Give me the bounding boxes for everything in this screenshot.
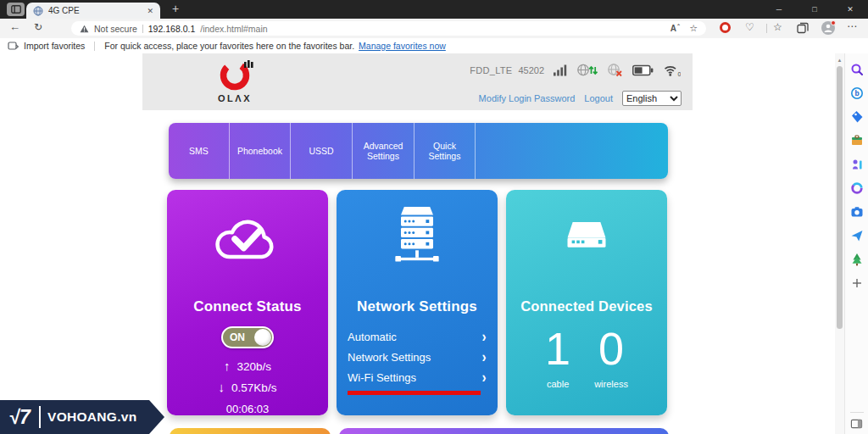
cable-count-value: 1 — [545, 322, 570, 375]
wireless-count-label: wireless — [594, 379, 628, 389]
account-row: Modify Login Password Logout English — [479, 91, 682, 106]
next-row-card-purple-blue — [339, 428, 669, 434]
wireless-count-value: 0 — [594, 322, 628, 375]
network-settings-card: Network Settings Automatic › Network Set… — [337, 190, 498, 415]
red-underline-highlight — [348, 391, 481, 395]
nav-item-ussd[interactable]: USSD — [291, 123, 353, 179]
collections-icon[interactable] — [797, 22, 809, 37]
connection-duration: 00:06:03 — [167, 403, 328, 415]
tab-actions-icon — [11, 5, 21, 14]
search-icon[interactable] — [850, 63, 864, 76]
address-divider — [142, 25, 143, 33]
toggle-on-label: ON — [230, 331, 245, 343]
nav-item-sms[interactable]: SMS — [169, 123, 230, 179]
not-secure-warning-icon — [80, 25, 89, 33]
tab-title: 4G CPE — [48, 6, 80, 15]
vohoang-logo: √7 — [0, 406, 39, 429]
refresh-button[interactable]: ↻ — [34, 21, 42, 33]
chevron-right-icon: › — [481, 328, 486, 345]
url-host: 192.168.0.1 — [148, 24, 195, 34]
tab-favicon-globe-icon — [33, 6, 43, 16]
edge-sidebar: b — [844, 53, 868, 434]
download-speed: ↓0.57Kb/s — [167, 380, 328, 394]
svg-text:b: b — [854, 89, 859, 97]
nav-item-quick-settings[interactable]: Quick Settings — [415, 123, 476, 179]
add-favorite-star-icon[interactable]: ☆ — [689, 23, 698, 34]
new-tab-button[interactable]: + — [167, 0, 184, 19]
menu-item-network-settings[interactable]: Network Settings › — [337, 347, 498, 367]
profile-avatar[interactable] — [821, 21, 835, 35]
wifi-icon: 0 — [663, 64, 681, 77]
close-button[interactable]: ✕ — [832, 0, 868, 19]
connect-toggle[interactable]: ON — [221, 326, 274, 348]
nav-item-advanced-settings[interactable]: Advanced Settings — [353, 123, 415, 179]
toolbox-icon[interactable] — [850, 134, 864, 147]
back-button[interactable]: ← — [9, 20, 20, 33]
extension-red-icon[interactable] — [720, 22, 731, 33]
page-scrollbar[interactable]: ▲ — [835, 53, 844, 434]
address-bar-actions: A⌃ ☆ — [670, 23, 698, 34]
toggle-knob[interactable] — [254, 329, 271, 346]
import-favorites-icon — [8, 41, 19, 51]
battery-icon — [632, 64, 654, 76]
copilot-icon[interactable]: b — [850, 86, 864, 100]
maximize-button[interactable]: □ — [797, 0, 832, 19]
screenshot-camera-icon[interactable] — [850, 205, 864, 219]
settings-more-icon[interactable]: ⋯ — [847, 20, 857, 32]
shopping-tag-icon[interactable] — [850, 110, 864, 124]
status-icons-bar: FDD_LTE 45202 0 — [470, 63, 681, 77]
wireless-count-column: 0 wireless — [594, 322, 628, 389]
tree-icon[interactable] — [850, 253, 864, 266]
browser-window: 4G CPE ✕ + ─ □ ✕ ← ↻ Not secure 192.168.… — [0, 0, 868, 434]
games-icon[interactable] — [850, 158, 864, 171]
logout-link[interactable]: Logout — [584, 93, 613, 103]
language-select[interactable]: English — [622, 91, 682, 106]
network-type-label: FDD_LTE — [470, 65, 512, 75]
page-content: OLΛX FDD_LTE 45202 0 — [0, 53, 868, 434]
menu-item-automatic[interactable]: Automatic › — [337, 326, 498, 347]
browser-essentials-icon[interactable]: ♡ — [745, 21, 754, 33]
scrollbar-up-arrow-icon[interactable]: ▲ — [835, 53, 844, 63]
browser-tab[interactable]: 4G CPE ✕ — [26, 3, 160, 19]
no-internet-globe-icon — [607, 63, 623, 77]
drop-paper-plane-icon[interactable] — [850, 229, 864, 242]
favorites-divider — [94, 42, 95, 51]
upload-speed: ↑320b/s — [167, 359, 328, 373]
network-settings-title: Network Settings — [337, 298, 498, 315]
manage-favorites-link[interactable]: Manage favorites now — [359, 41, 446, 51]
connect-status-card: Connect Status ON ↑320b/s ↓0.57Kb/s 00:0… — [167, 190, 328, 415]
toolbar-divider — [766, 24, 767, 33]
chevron-right-icon: › — [481, 369, 486, 386]
add-sidebar-item-icon[interactable] — [850, 276, 864, 290]
nav-item-phonebook[interactable]: Phonebook — [230, 123, 291, 179]
favorites-hint: For quick access, place your favorites h… — [104, 41, 354, 51]
connected-devices-title: Connected Devices — [506, 298, 667, 314]
cloud-check-icon — [207, 210, 288, 270]
title-bar: 4G CPE ✕ + ─ □ ✕ — [0, 0, 868, 19]
operator-code-label: 45202 — [518, 65, 544, 75]
scrollbar-thumb[interactable] — [837, 66, 843, 329]
logo-text: OLΛX — [218, 93, 252, 103]
device-counts: 1 cable 0 wireless — [506, 322, 667, 389]
sidebar-toggle-icon[interactable] — [850, 418, 863, 430]
m365-icon[interactable] — [850, 181, 864, 195]
minimize-button[interactable]: ─ — [761, 0, 797, 19]
favorites-button-icon[interactable]: ☆ — [773, 21, 782, 33]
main-nav: SMS Phonebook USSD Advanced Settings Qui… — [169, 123, 668, 179]
tab-actions-button[interactable] — [7, 3, 25, 16]
modify-password-link[interactable]: Modify Login Password — [479, 93, 576, 103]
profile-notification-dot — [831, 20, 836, 25]
chevron-right-icon: › — [481, 348, 486, 365]
cable-count-column: 1 cable — [545, 322, 570, 389]
connect-status-title: Connect Status — [167, 298, 328, 315]
import-favorites-button[interactable]: Import favorites — [24, 41, 85, 51]
router-device-icon — [560, 219, 613, 260]
sidebar-divider — [850, 412, 864, 413]
menu-item-wifi-settings[interactable]: Wi-Fi Settings › — [337, 367, 498, 387]
wan-traffic-globe-icon — [576, 63, 598, 77]
wifi-client-count: 0 — [678, 71, 682, 77]
address-bar[interactable]: Not secure 192.168.0.1 /index.html#main … — [71, 21, 706, 36]
read-aloud-icon[interactable]: A⌃ — [670, 23, 681, 33]
tab-close-icon[interactable]: ✕ — [147, 7, 153, 15]
vohoang-watermark: √7 VOHOANG.vn — [0, 400, 164, 434]
